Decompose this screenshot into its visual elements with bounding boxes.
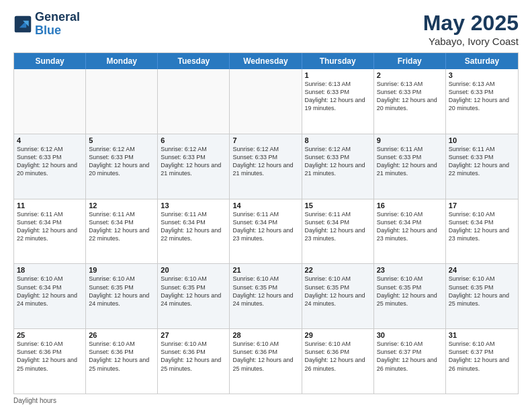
day-number: 6 [161,136,226,144]
day-number: 19 [89,266,154,274]
day-cell-31: 31Sunrise: 6:10 AM Sunset: 6:37 PM Dayli… [446,329,518,394]
day-info: Sunrise: 6:10 AM Sunset: 6:35 PM Dayligh… [449,275,515,308]
day-info: Sunrise: 6:11 AM Sunset: 6:34 PM Dayligh… [161,210,226,243]
day-number: 3 [449,71,515,79]
header-day-tuesday: Tuesday [158,53,230,69]
day-cell-28: 28Sunrise: 6:10 AM Sunset: 6:36 PM Dayli… [230,329,302,394]
empty-cell [230,69,302,134]
empty-cell [86,69,158,134]
day-info: Sunrise: 6:13 AM Sunset: 6:33 PM Dayligh… [305,80,371,113]
day-number: 27 [161,331,226,339]
calendar-body: 1Sunrise: 6:13 AM Sunset: 6:33 PM Daylig… [14,69,518,394]
day-cell-20: 20Sunrise: 6:10 AM Sunset: 6:35 PM Dayli… [158,264,230,328]
day-info: Sunrise: 6:12 AM Sunset: 6:33 PM Dayligh… [305,145,371,178]
empty-cell [158,69,230,134]
day-number: 24 [449,266,515,274]
day-info: Sunrise: 6:10 AM Sunset: 6:34 PM Dayligh… [449,210,515,243]
day-cell-27: 27Sunrise: 6:10 AM Sunset: 6:36 PM Dayli… [158,329,230,394]
day-info: Sunrise: 6:10 AM Sunset: 6:36 PM Dayligh… [17,340,83,373]
day-number: 26 [89,331,154,339]
day-cell-2: 2Sunrise: 6:13 AM Sunset: 6:33 PM Daylig… [374,69,446,134]
day-info: Sunrise: 6:10 AM Sunset: 6:37 PM Dayligh… [449,340,515,373]
page: General Blue May 2025 Yabayo, Ivory Coas… [0,0,532,411]
day-number: 17 [449,201,515,210]
day-cell-3: 3Sunrise: 6:13 AM Sunset: 6:33 PM Daylig… [446,69,518,134]
day-number: 8 [305,136,371,144]
day-info: Sunrise: 6:10 AM Sunset: 6:36 PM Dayligh… [305,340,371,373]
logo: General Blue [13,11,80,38]
header-day-saturday: Saturday [446,53,518,69]
day-cell-13: 13Sunrise: 6:11 AM Sunset: 6:34 PM Dayli… [158,199,230,264]
day-number: 7 [232,136,298,144]
footer-note: Daylight hours [13,397,519,404]
header-day-monday: Monday [86,53,158,69]
logo-text: General Blue [35,11,80,38]
day-info: Sunrise: 6:13 AM Sunset: 6:33 PM Dayligh… [449,80,515,113]
day-number: 12 [89,201,154,210]
month-title: May 2025 [423,11,519,36]
day-cell-17: 17Sunrise: 6:10 AM Sunset: 6:34 PM Dayli… [446,199,518,264]
day-number: 30 [377,331,443,339]
day-cell-24: 24Sunrise: 6:10 AM Sunset: 6:35 PM Dayli… [446,264,518,328]
day-cell-23: 23Sunrise: 6:10 AM Sunset: 6:35 PM Dayli… [374,264,446,328]
day-number: 2 [377,71,443,79]
day-info: Sunrise: 6:12 AM Sunset: 6:33 PM Dayligh… [161,145,226,178]
calendar: SundayMondayTuesdayWednesdayThursdayFrid… [13,52,519,394]
logo-icon [13,15,32,34]
day-cell-8: 8Sunrise: 6:12 AM Sunset: 6:33 PM Daylig… [302,134,374,199]
empty-cell [14,69,86,134]
day-info: Sunrise: 6:10 AM Sunset: 6:36 PM Dayligh… [232,340,298,373]
day-info: Sunrise: 6:13 AM Sunset: 6:33 PM Dayligh… [377,80,443,113]
day-number: 31 [449,331,515,339]
day-cell-5: 5Sunrise: 6:12 AM Sunset: 6:33 PM Daylig… [86,134,158,199]
day-info: Sunrise: 6:10 AM Sunset: 6:35 PM Dayligh… [161,275,226,308]
day-number: 9 [377,136,443,144]
day-cell-29: 29Sunrise: 6:10 AM Sunset: 6:36 PM Dayli… [302,329,374,394]
day-info: Sunrise: 6:12 AM Sunset: 6:33 PM Dayligh… [17,145,83,178]
day-number: 22 [305,266,371,274]
day-info: Sunrise: 6:10 AM Sunset: 6:34 PM Dayligh… [377,210,443,243]
header-day-friday: Friday [374,53,446,69]
day-cell-18: 18Sunrise: 6:10 AM Sunset: 6:34 PM Dayli… [14,264,86,328]
calendar-header: SundayMondayTuesdayWednesdayThursdayFrid… [14,53,518,69]
day-number: 14 [232,201,298,210]
day-info: Sunrise: 6:12 AM Sunset: 6:33 PM Dayligh… [232,145,298,178]
day-cell-19: 19Sunrise: 6:10 AM Sunset: 6:35 PM Dayli… [86,264,158,328]
day-info: Sunrise: 6:11 AM Sunset: 6:33 PM Dayligh… [449,145,515,178]
header-day-wednesday: Wednesday [230,53,302,69]
day-info: Sunrise: 6:10 AM Sunset: 6:35 PM Dayligh… [89,275,154,308]
day-info: Sunrise: 6:11 AM Sunset: 6:33 PM Dayligh… [377,145,443,178]
day-info: Sunrise: 6:11 AM Sunset: 6:34 PM Dayligh… [232,210,298,243]
day-cell-11: 11Sunrise: 6:11 AM Sunset: 6:34 PM Dayli… [14,199,86,264]
day-number: 28 [232,331,298,339]
day-info: Sunrise: 6:10 AM Sunset: 6:35 PM Dayligh… [305,275,371,308]
location-subtitle: Yabayo, Ivory Coast [423,36,519,47]
day-number: 23 [377,266,443,274]
day-cell-12: 12Sunrise: 6:11 AM Sunset: 6:34 PM Dayli… [86,199,158,264]
day-info: Sunrise: 6:10 AM Sunset: 6:36 PM Dayligh… [89,340,154,373]
day-number: 16 [377,201,443,210]
day-cell-16: 16Sunrise: 6:10 AM Sunset: 6:34 PM Dayli… [374,199,446,264]
day-number: 15 [305,201,371,210]
day-info: Sunrise: 6:12 AM Sunset: 6:33 PM Dayligh… [89,145,154,178]
day-cell-15: 15Sunrise: 6:11 AM Sunset: 6:34 PM Dayli… [302,199,374,264]
calendar-week-3: 11Sunrise: 6:11 AM Sunset: 6:34 PM Dayli… [14,199,518,264]
day-info: Sunrise: 6:10 AM Sunset: 6:35 PM Dayligh… [377,275,443,308]
day-cell-7: 7Sunrise: 6:12 AM Sunset: 6:33 PM Daylig… [230,134,302,199]
day-number: 4 [17,136,83,144]
day-info: Sunrise: 6:11 AM Sunset: 6:34 PM Dayligh… [305,210,371,243]
calendar-week-1: 1Sunrise: 6:13 AM Sunset: 6:33 PM Daylig… [14,69,518,134]
calendar-week-5: 25Sunrise: 6:10 AM Sunset: 6:36 PM Dayli… [14,328,518,394]
day-cell-25: 25Sunrise: 6:10 AM Sunset: 6:36 PM Dayli… [14,329,86,394]
header: General Blue May 2025 Yabayo, Ivory Coas… [13,11,519,47]
day-number: 21 [232,266,298,274]
day-info: Sunrise: 6:10 AM Sunset: 6:36 PM Dayligh… [161,340,226,373]
day-cell-1: 1Sunrise: 6:13 AM Sunset: 6:33 PM Daylig… [302,69,374,134]
day-number: 10 [449,136,515,144]
day-info: Sunrise: 6:11 AM Sunset: 6:34 PM Dayligh… [89,210,154,243]
day-cell-14: 14Sunrise: 6:11 AM Sunset: 6:34 PM Dayli… [230,199,302,264]
header-day-sunday: Sunday [14,53,86,69]
day-cell-4: 4Sunrise: 6:12 AM Sunset: 6:33 PM Daylig… [14,134,86,199]
day-number: 20 [161,266,226,274]
calendar-week-4: 18Sunrise: 6:10 AM Sunset: 6:34 PM Dayli… [14,263,518,328]
